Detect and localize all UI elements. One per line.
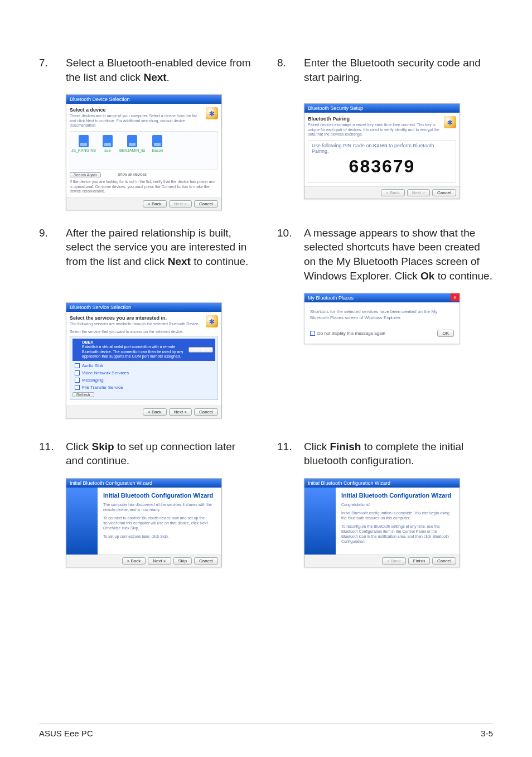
device-icon (103, 135, 113, 147)
dialog-title: Initial Bluetooth Configuration Wizard (66, 479, 221, 488)
wizard-text: To reconfigure the Bluetooth settings at… (341, 524, 454, 544)
dialog-hint: Select the service that you want to acce… (70, 330, 218, 334)
cancel-button[interactable]: Cancel (194, 557, 218, 565)
next-button[interactable]: Next > (169, 408, 192, 416)
back-button[interactable]: < Back (143, 200, 167, 208)
configure-button[interactable]: Configure (188, 347, 213, 353)
screenshot-wizard-skip: Initial Bluetooth Configuration Wizard I… (66, 478, 222, 567)
finish-button[interactable]: Finish (408, 557, 430, 565)
checkbox-icon[interactable] (75, 363, 80, 368)
wizard-sidebar-image (304, 488, 336, 555)
show-devices-label[interactable]: Show all devices (118, 172, 147, 177)
pin-instruction: Use following PIN Code on (312, 143, 373, 148)
step-number: 10. (277, 226, 304, 283)
service-item[interactable]: Messaging (75, 377, 213, 384)
dialog-heading: Select the services you are interested i… (70, 315, 218, 321)
ok-button[interactable]: OK (437, 330, 454, 337)
service-list[interactable]: OBEX Establish a virtual serial port con… (70, 336, 218, 400)
service-item[interactable]: Voice Network Services (75, 369, 213, 377)
dialog-heading: Bluetooth Pairing (308, 116, 456, 122)
bluetooth-icon: ∗ (206, 107, 218, 119)
device-item[interactable]: sue (103, 135, 113, 164)
wizard-text: The computer has discovered all the serv… (103, 502, 216, 512)
checkbox-icon[interactable] (75, 340, 80, 345)
device-list[interactable]: JE_KANG-NB sue BENJAMIN_liu Eason (70, 131, 218, 170)
step-text: Click Finish to complete the initial blu… (304, 440, 493, 468)
dialog-title: My Bluetooth Places × (304, 293, 460, 302)
dialog-subtext: Paired devices exchange a secret key eac… (308, 123, 456, 137)
pin-code: 683679 (312, 156, 452, 177)
wizard-heading: Initial Bluetooth Configuration Wizard (341, 492, 454, 499)
screenshot-security-setup: Bluetooth Security Setup ∗ Bluetooth Pai… (304, 103, 460, 199)
dialog-note: If the device you are looking for is not… (70, 180, 218, 194)
checkbox-icon[interactable] (75, 378, 80, 383)
dialog-title: Bluetooth Security Setup (304, 104, 460, 113)
skip-button[interactable]: Skip (173, 557, 192, 565)
refresh-button[interactable]: Refresh (72, 392, 94, 397)
footer-page-number: 3-5 (481, 729, 493, 738)
step-text: A message appears to show that the selec… (304, 226, 493, 283)
dialog-heading: Select a device (70, 107, 218, 113)
checkbox-icon[interactable] (310, 331, 315, 336)
service-item[interactable]: Audio Sink (75, 362, 213, 369)
step-text: Enter the Bluetooth security code and st… (304, 56, 493, 84)
wizard-sidebar-image (66, 488, 98, 555)
bluetooth-icon: ∗ (206, 315, 218, 327)
cancel-button[interactable]: Cancel (432, 189, 456, 196)
wizard-text: To connect to another Bluetooth device n… (103, 515, 216, 531)
device-icon (152, 135, 162, 147)
device-icon (79, 135, 89, 147)
cancel-button[interactable]: Cancel (194, 408, 218, 416)
back-button[interactable]: < Back (122, 557, 146, 565)
screenshot-message-box: My Bluetooth Places × Shortcuts for the … (304, 293, 460, 344)
device-item[interactable]: JE_KANG-NB (71, 135, 96, 164)
step-text: After the paired relationship is built, … (66, 226, 255, 269)
step-number: 11. (39, 440, 66, 468)
pin-target: Karen (373, 143, 388, 148)
step-text: Click Skip to set up connection later an… (66, 440, 255, 468)
checkbox-label[interactable]: Do not display this message again (317, 331, 385, 336)
next-button[interactable]: Next > (148, 557, 171, 565)
next-button[interactable]: Next > (407, 189, 430, 196)
device-icon (127, 135, 137, 147)
dialog-subtext: These devices are in range of your compu… (70, 114, 218, 128)
step-number: 9. (39, 226, 66, 269)
close-icon[interactable]: × (451, 293, 460, 301)
device-item[interactable]: BENJAMIN_liu (119, 135, 145, 164)
wizard-text: Initial Bluetooth configuration is compl… (341, 510, 454, 520)
wizard-text: Congratulations! (341, 502, 454, 507)
dialog-title: Bluetooth Service Selection (66, 303, 221, 312)
step-number: 11. (277, 440, 304, 468)
checkbox-icon[interactable] (75, 385, 80, 390)
dialog-subtext: The following services are available thr… (70, 322, 218, 326)
wizard-heading: Initial Bluetooth Configuration Wizard (103, 492, 216, 499)
dialog-title: Bluetooth Device Selection (66, 95, 221, 104)
footer-left: ASUS Eee PC (39, 729, 93, 738)
step-number: 8. (277, 56, 304, 84)
wizard-text: To set up connections later, click Skip. (103, 534, 216, 539)
service-item-selected[interactable]: OBEX Establish a virtual serial port con… (72, 339, 215, 361)
back-button[interactable]: < Back (381, 189, 405, 196)
back-button[interactable]: < Back (382, 557, 406, 565)
next-button[interactable]: Next > (169, 200, 192, 208)
screenshot-device-selection: Bluetooth Device Selection ∗ Select a de… (66, 94, 222, 210)
screenshot-wizard-finish: Initial Bluetooth Configuration Wizard I… (304, 478, 460, 567)
search-again-button[interactable]: Search Again (70, 172, 101, 177)
cancel-button[interactable]: Cancel (432, 557, 456, 565)
dialog-title: Initial Bluetooth Configuration Wizard (304, 479, 460, 488)
message-text: Shortcuts for the selected services have… (310, 309, 454, 321)
screenshot-service-selection: Bluetooth Service Selection ∗ Select the… (66, 302, 222, 418)
cancel-button[interactable]: Cancel (194, 200, 218, 208)
step-number: 7. (39, 56, 66, 84)
step-text: Select a Bluetooth-enabled device from t… (66, 56, 255, 84)
checkbox-icon[interactable] (75, 370, 80, 375)
device-item[interactable]: Eason (152, 135, 163, 164)
service-item[interactable]: File Transfer Service (75, 384, 213, 391)
bluetooth-icon: ∗ (444, 116, 456, 128)
back-button[interactable]: < Back (143, 408, 167, 416)
